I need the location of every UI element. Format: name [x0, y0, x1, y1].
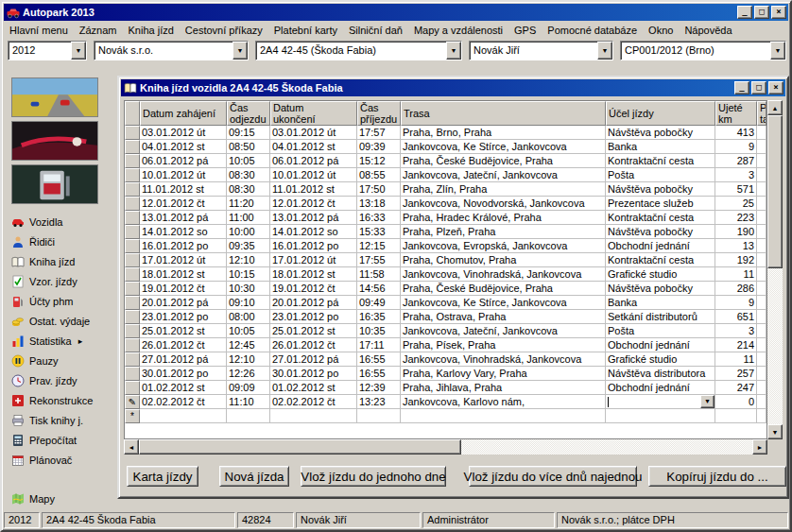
cell-departure-time[interactable]: 09:35: [227, 239, 270, 253]
cell-route[interactable]: Jankovcova, Jateční, Jankovcova: [401, 324, 606, 338]
cell-route[interactable]: Jankovcova, Novodvorská, Jankovcova: [401, 197, 606, 211]
cell-purpose[interactable]: Pošta: [606, 324, 715, 338]
cell-end-date[interactable]: 25.01.2012 st: [270, 324, 357, 338]
cell-purpose[interactable]: Kontraktační cesta: [606, 253, 715, 267]
cell-distance-km[interactable]: 11: [715, 267, 757, 282]
scroll-up-icon[interactable]: ▲: [767, 100, 783, 115]
row-selector[interactable]: [125, 282, 140, 296]
sidebar-item-planovac[interactable]: Plánovač: [4, 450, 110, 470]
menu-item-cestovni-prikazy[interactable]: Cestovní příkazy: [180, 23, 268, 38]
sidebar-item-pauzy[interactable]: Pauzy: [4, 351, 110, 370]
cell-arrival-time[interactable]: 13:23: [357, 395, 401, 409]
cell-route[interactable]: Praha, České Budějovice, Praha: [401, 282, 606, 296]
cell-arrival-time[interactable]: 13:18: [357, 197, 401, 211]
cell-departure-time[interactable]: 10:15: [227, 267, 270, 282]
sidebar-item-vzor-jizdy[interactable]: Vzor. jízdy: [4, 271, 110, 291]
cell-distance-km[interactable]: [715, 409, 757, 423]
table-row[interactable]: 12.01.2012 čt11:2012.01.2012 čt13:18Jank…: [125, 197, 766, 211]
table-row[interactable]: 17.01.2012 út12:1017.01.2012 út17:55Prah…: [125, 253, 766, 267]
row-selector[interactable]: [125, 225, 140, 239]
chevron-down-icon[interactable]: ▼: [232, 42, 248, 60]
close-icon[interactable]: ×: [771, 6, 786, 19]
cell-end-date[interactable]: 16.01.2012 po: [270, 239, 357, 253]
cell-distance-km[interactable]: 286: [715, 282, 757, 296]
menu-item-hlavni-menu[interactable]: Hlavní menu: [4, 23, 74, 38]
cell-route[interactable]: Praha, Písek, Praha: [401, 338, 606, 352]
cell-end-date[interactable]: 02.02.2012 čt: [270, 395, 357, 409]
cell-route[interactable]: Jankovcova, Vinohradská, Jankovcova: [401, 267, 606, 282]
title-bar[interactable]: Autopark 2013 _ □ ×: [4, 4, 788, 21]
menu-item-kniha-jizd[interactable]: Kniha jízd: [123, 23, 180, 38]
table-row[interactable]: 06.01.2012 pá10:0506.01.2012 pá15:12Prah…: [125, 154, 766, 168]
sidebar-item-kniha-jizd[interactable]: Kniha jízd: [4, 251, 110, 271]
cell-distance-km[interactable]: 13: [715, 239, 757, 253]
trip-command-combo[interactable]: CP001/2012 (Brno)▼: [620, 41, 786, 60]
row-selector[interactable]: [125, 168, 140, 182]
chevron-down-icon[interactable]: ▼: [71, 42, 86, 60]
cell-route[interactable]: Jankovcova, Karlovo nám,: [401, 395, 606, 409]
table-row[interactable]: 23.01.2012 po08:0023.01.2012 po16:35Prah…: [125, 310, 766, 324]
table-row[interactable]: 20.01.2012 pá09:1020.01.2012 pá09:49Jank…: [125, 296, 766, 310]
cell-arrival-time[interactable]: 16:55: [357, 352, 401, 367]
cell-route[interactable]: Jankovcova, Ke Stírce, Jankovcova: [401, 296, 606, 310]
cell-arrival-time[interactable]: 12:39: [357, 381, 401, 395]
cell-departure-time[interactable]: [227, 409, 270, 423]
cell-start-date[interactable]: 12.01.2012 čt: [140, 197, 227, 211]
horizontal-scrollbar[interactable]: ◄ ►: [124, 439, 767, 455]
cell-arrival-time[interactable]: 09:39: [357, 140, 401, 154]
table-row[interactable]: 30.01.2012 po12:2630.01.2012 po16:55Prah…: [125, 367, 766, 381]
row-selector[interactable]: [125, 267, 140, 282]
minimize-icon[interactable]: _: [737, 6, 752, 19]
table-row[interactable]: 14.01.2012 so10:0014.01.2012 so15:33Prah…: [125, 225, 766, 239]
sidebar-item-tisk-knihy-j[interactable]: Tisk knihy j.: [4, 410, 110, 430]
cell-end-date[interactable]: 12.01.2012 čt: [270, 197, 357, 211]
cell-departure-time[interactable]: 08:30: [227, 168, 270, 182]
nova-jizda-button[interactable]: Nová jízda: [219, 466, 289, 487]
cell-end-date[interactable]: 14.01.2012 so: [270, 225, 357, 239]
vloz-jizdu-do-vice-dnu-najednou-button[interactable]: Vlož jízdu do více dnů najednou: [469, 466, 637, 487]
table-row[interactable]: *: [125, 409, 766, 423]
row-selector[interactable]: [125, 324, 140, 338]
cell-purpose[interactable]: [606, 409, 715, 423]
vehicle-combo[interactable]: 2A4 42-45 (Škoda Fabia)▼: [255, 41, 462, 60]
cell-purpose[interactable]: Návštěva pobočky: [606, 182, 715, 197]
cell-route[interactable]: Praha, Zlín, Praha: [401, 182, 606, 197]
cell-start-date[interactable]: 13.01.2012 pá: [140, 211, 227, 225]
cell-purpose[interactable]: ▼: [606, 395, 715, 409]
cell-route[interactable]: Praha, Karlovy Vary, Praha: [401, 367, 606, 381]
scroll-right-icon[interactable]: ►: [752, 439, 767, 455]
cell-start-date[interactable]: 27.01.2012 pá: [140, 352, 227, 367]
scroll-down-icon[interactable]: ▼: [767, 424, 783, 439]
karta-jizdy-button[interactable]: Karta jízdy: [127, 466, 198, 487]
row-selector[interactable]: [125, 367, 140, 381]
chevron-down-icon[interactable]: ▼: [446, 42, 461, 60]
table-row[interactable]: 10.01.2012 út08:3010.01.2012 út08:55Jank…: [125, 168, 766, 182]
cell-departure-time[interactable]: 08:30: [227, 182, 270, 197]
cell-departure-time[interactable]: 10:30: [227, 282, 270, 296]
cell-end-date[interactable]: 23.01.2012 po: [270, 310, 357, 324]
cell-departure-time[interactable]: 12:26: [227, 367, 270, 381]
table-row[interactable]: 26.01.2012 čt12:4526.01.2012 čt17:11Prah…: [125, 338, 766, 352]
cell-arrival-time[interactable]: 08:55: [357, 168, 401, 182]
cell-purpose[interactable]: Banka: [606, 140, 715, 154]
cell-purpose[interactable]: Návštěva distributora: [606, 367, 715, 381]
row-selector[interactable]: [125, 126, 140, 140]
cell-distance-km[interactable]: 257: [715, 367, 757, 381]
table-row[interactable]: 13.01.2012 pá11:0013.01.2012 pá16:33Prah…: [125, 211, 766, 225]
row-selector[interactable]: [125, 352, 140, 367]
cell-end-date[interactable]: 30.01.2012 po: [270, 367, 357, 381]
table-row[interactable]: 16.01.2012 po09:3516.01.2012 po12:15Jank…: [125, 239, 766, 253]
cell-distance-km[interactable]: 25: [715, 197, 757, 211]
cell-start-date[interactable]: 11.01.2012 st: [140, 182, 227, 197]
cell-start-date[interactable]: 30.01.2012 po: [140, 367, 227, 381]
cell-end-date[interactable]: 03.01.2012 út: [270, 126, 357, 140]
cell-start-date[interactable]: 18.01.2012 st: [140, 267, 227, 282]
menu-item-okno[interactable]: Okno: [643, 23, 679, 38]
cell-departure-time[interactable]: 10:05: [227, 324, 270, 338]
purpose-combobox[interactable]: ▼: [606, 395, 715, 408]
cell-distance-km[interactable]: 9: [715, 296, 757, 310]
cell-departure-time[interactable]: 08:00: [227, 310, 270, 324]
cell-end-date[interactable]: 13.01.2012 pá: [270, 211, 357, 225]
sidebar-item-vozidla[interactable]: Vozidla: [4, 212, 110, 232]
chevron-down-icon[interactable]: ▼: [700, 395, 715, 408]
